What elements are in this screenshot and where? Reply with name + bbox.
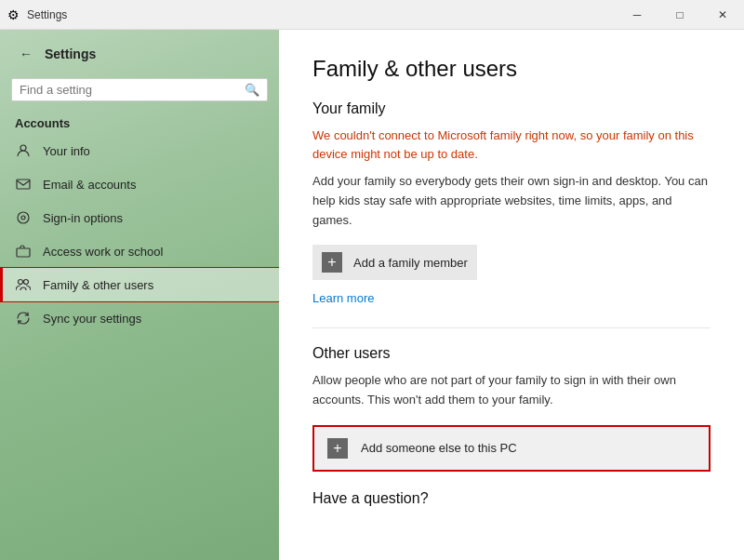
sidebar-item-label-work: Access work or school	[43, 245, 163, 259]
titlebar-title: Settings	[27, 8, 67, 21]
svg-point-3	[21, 216, 25, 220]
sidebar-item-label-sync: Sync your settings	[43, 312, 141, 326]
other-users-section-title: Other users	[312, 345, 711, 362]
search-box[interactable]: 🔍	[11, 78, 268, 101]
sidebar: ← Settings 🔍 Accounts Your info Email & …	[0, 30, 279, 560]
svg-point-2	[18, 212, 29, 223]
add-someone-label: Add someone else to this PC	[361, 441, 517, 455]
add-family-plus-icon: +	[322, 252, 342, 273]
add-family-member-label: Add a family member	[353, 256, 468, 270]
learn-more-link[interactable]: Learn more	[312, 291, 374, 305]
sidebar-item-sync[interactable]: Sync your settings	[0, 301, 279, 335]
accounts-section-label: Accounts	[0, 111, 279, 134]
sidebar-item-label-family: Family & other users	[43, 278, 153, 292]
other-users-description: Allow people who are not part of your fa…	[312, 371, 711, 410]
sidebar-item-email-accounts[interactable]: Email & accounts	[0, 167, 279, 201]
your-family-section-title: Your family	[312, 100, 711, 117]
sidebar-item-label-email: Email & accounts	[43, 178, 136, 192]
section-divider	[312, 327, 711, 328]
search-icon: 🔍	[245, 83, 259, 97]
svg-rect-1	[17, 180, 30, 189]
add-family-member-button[interactable]: + Add a family member	[312, 245, 477, 280]
titlebar-left: ⚙ Settings	[7, 7, 67, 22]
sign-in-icon	[15, 209, 32, 226]
sidebar-item-label-signin: Sign-in options	[43, 211, 123, 225]
sidebar-item-label-your-info: Your info	[43, 144, 90, 158]
app-body: ← Settings 🔍 Accounts Your info Email & …	[0, 30, 744, 560]
app-icon: ⚙	[7, 7, 20, 22]
sync-icon	[15, 310, 32, 327]
email-icon	[15, 176, 32, 193]
family-description: Add your family so everybody gets their …	[312, 172, 711, 230]
titlebar: ⚙ Settings ─ □ ✕	[0, 0, 744, 30]
sidebar-item-your-info[interactable]: Your info	[0, 134, 279, 167]
sidebar-header: ← Settings	[0, 30, 279, 74]
family-icon	[15, 276, 32, 293]
minimize-button[interactable]: ─	[616, 0, 658, 30]
titlebar-controls: ─ □ ✕	[616, 0, 744, 30]
svg-point-6	[24, 280, 29, 285]
content-area: Family & other users Your family We coul…	[279, 30, 744, 560]
error-message: We couldn't connect to Microsoft family …	[312, 127, 711, 163]
svg-point-0	[20, 145, 26, 151]
svg-rect-4	[17, 248, 30, 257]
sidebar-app-title: Settings	[45, 47, 96, 61]
add-someone-plus-icon: +	[327, 438, 348, 459]
maximize-button[interactable]: □	[658, 0, 701, 30]
have-question-title: Have a question?	[312, 490, 711, 507]
sidebar-item-sign-in[interactable]: Sign-in options	[0, 201, 279, 234]
sidebar-item-family-users[interactable]: Family & other users	[0, 268, 279, 301]
page-title: Family & other users	[312, 56, 711, 82]
your-info-icon	[15, 142, 32, 159]
back-button[interactable]: ←	[15, 43, 37, 65]
work-icon	[15, 243, 32, 260]
add-someone-button[interactable]: + Add someone else to this PC	[312, 425, 711, 472]
close-button[interactable]: ✕	[701, 0, 744, 30]
sidebar-item-access-work[interactable]: Access work or school	[0, 234, 279, 268]
svg-point-5	[19, 280, 23, 285]
search-input[interactable]	[20, 83, 245, 97]
